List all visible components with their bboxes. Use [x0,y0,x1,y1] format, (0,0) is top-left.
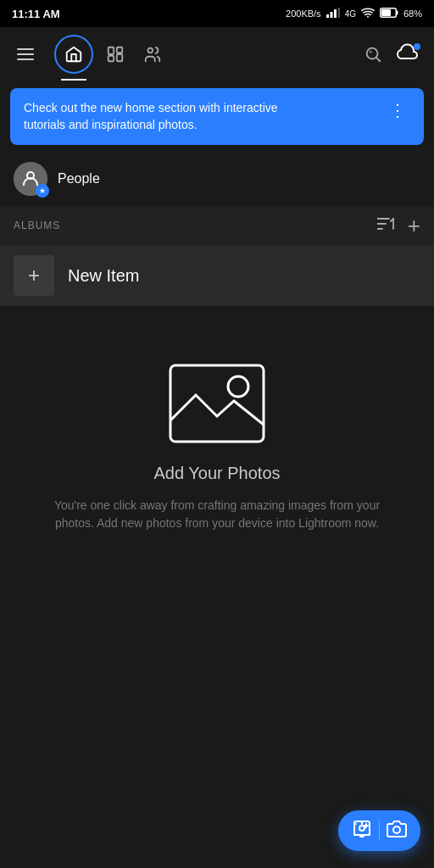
add-photo-icon [352,819,372,843]
status-time: 11:11 AM [12,8,60,20]
network-speed: 200KB/s [286,8,321,19]
svg-rect-1 [330,12,332,18]
library-button[interactable] [100,39,131,70]
fab-button[interactable] [338,810,420,851]
battery-percent: 68% [403,8,422,19]
svg-point-4 [367,16,369,18]
svg-rect-2 [334,9,337,18]
carrier-icon [326,8,340,19]
nav-icons-left [54,35,342,74]
fab-divider [379,821,380,841]
cloud-button[interactable] [397,43,420,65]
more-options-button[interactable]: ⋮ [386,100,410,120]
svg-rect-11 [117,54,122,61]
empty-description: You're one click away from crafting amaz… [34,497,400,532]
albums-title: ALBUMS [14,220,60,231]
svg-rect-10 [117,47,122,53]
camera-icon [387,819,407,843]
svg-point-14 [369,50,372,53]
svg-point-24 [355,823,357,825]
tooltip-text: Check out the new home section with inte… [24,100,312,133]
battery-icon [380,8,398,19]
svg-rect-8 [108,47,114,54]
empty-state: Add Your Photos You're one click away fr… [0,306,434,566]
avatar-badge: ★ [36,184,49,198]
svg-point-21 [228,376,248,397]
svg-rect-20 [170,365,264,442]
svg-point-23 [359,826,364,831]
svg-rect-9 [108,56,114,61]
sort-button[interactable] [377,216,394,236]
nav-icons-right [359,41,420,68]
nav-bar [0,27,434,81]
new-item-label: New Item [68,266,139,286]
empty-photo-icon [162,357,272,450]
tooltip-banner: Check out the new home section with inte… [10,88,424,145]
svg-point-12 [148,48,153,53]
cloud-dot [414,43,420,50]
svg-rect-7 [381,9,391,16]
new-item-plus-icon: + [14,255,54,296]
empty-title: Add Your Photos [153,464,280,483]
new-item-row[interactable]: + New Item [0,245,434,306]
hamburger-menu[interactable] [14,45,37,64]
status-right: 200KB/s 4G 68% [286,8,422,19]
people-label: People [58,171,100,186]
home-button[interactable] [54,35,93,74]
status-bar: 11:11 AM 200KB/s 4G [0,0,434,27]
search-button[interactable] [359,41,387,68]
svg-rect-0 [326,14,329,18]
albums-actions: + [377,214,420,236]
avatar: ★ [14,162,47,196]
svg-point-25 [393,826,400,833]
svg-rect-3 [337,8,340,18]
people-nav-button[interactable] [137,39,168,70]
people-section[interactable]: ★ People [0,152,434,206]
albums-header: ALBUMS + [0,206,434,245]
add-album-button[interactable]: + [408,214,420,236]
signal-label: 4G [345,9,356,19]
svg-rect-6 [396,11,398,15]
wifi-icon [361,8,375,19]
